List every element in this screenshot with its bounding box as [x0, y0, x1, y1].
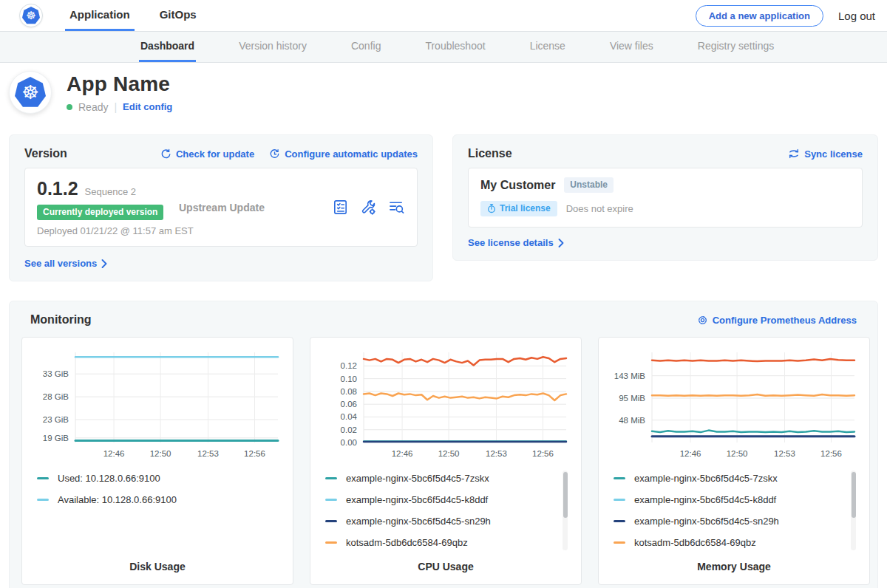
legend-label: Used: 10.128.0.66:9100	[58, 473, 160, 484]
legend-dash-icon	[37, 499, 49, 501]
tab-application[interactable]: Application	[65, 0, 135, 31]
svg-text:0.02: 0.02	[341, 425, 357, 434]
configure-prometheus-link[interactable]: Configure Prometheus Address	[697, 315, 857, 326]
subnav-config[interactable]: Config	[350, 32, 382, 62]
see-all-versions-label: See all versions	[24, 258, 97, 269]
svg-text:12:53: 12:53	[197, 449, 219, 458]
view-diff-search-icon[interactable]	[388, 199, 405, 216]
legend-dash-icon	[325, 499, 337, 501]
see-all-versions-link[interactable]: See all versions	[24, 258, 107, 269]
configure-automatic-updates-label: Configure automatic updates	[285, 148, 418, 160]
svg-text:0.00: 0.00	[341, 438, 357, 447]
see-license-details-label: See license details	[468, 237, 554, 248]
current-version-box: 0.1.2 Sequence 2 Currently deployed vers…	[24, 168, 418, 247]
subnav-dashboard[interactable]: Dashboard	[139, 32, 196, 62]
channel-badge: Unstable	[564, 177, 614, 193]
clock-refresh-icon	[269, 148, 280, 160]
legend-scrollbar-thumb[interactable]	[852, 472, 856, 518]
cpu-usage-chart-card: 0.120.100.080.060.040.020.0012:4612:5012…	[310, 337, 582, 585]
subnav-view-files[interactable]: View files	[608, 32, 655, 62]
subnav-version-history[interactable]: Version history	[237, 32, 308, 62]
monitoring-card: Monitoring Configure Prometheus Address …	[9, 301, 878, 588]
svg-text:0.10: 0.10	[341, 375, 357, 383]
svg-text:12:56: 12:56	[820, 449, 842, 458]
svg-text:143 MiB: 143 MiB	[614, 372, 646, 380]
currently-deployed-badge: Currently deployed version	[37, 205, 163, 220]
svg-text:12:53: 12:53	[486, 449, 507, 458]
subnav-registry-settings[interactable]: Registry settings	[696, 32, 775, 62]
tab-gitops[interactable]: GitOps	[155, 0, 201, 31]
kubernetes-logo-icon: ☸	[19, 4, 43, 27]
svg-text:12:50: 12:50	[438, 449, 460, 458]
app-title: App Name	[67, 72, 172, 96]
logout-button[interactable]: Log out	[838, 10, 875, 22]
edit-config-link[interactable]: Edit config	[123, 101, 172, 112]
svg-text:0.12: 0.12	[341, 361, 357, 370]
memory-usage-title: Memory Usage	[608, 561, 860, 572]
status-dot	[67, 104, 72, 110]
legend-dash-icon	[614, 541, 625, 544]
subnav-license[interactable]: License	[529, 32, 567, 62]
kubernetes-app-icon: ☸	[15, 77, 46, 108]
chevron-right-icon	[558, 239, 564, 247]
preflight-wrench-icon[interactable]	[360, 199, 377, 216]
svg-text:12:50: 12:50	[727, 449, 748, 458]
legend-item: kotsadm-5db6dc6584-69qbz	[614, 536, 860, 549]
top-nav: ☸ Application GitOps Add a new applicati…	[0, 0, 887, 32]
configure-automatic-updates-link[interactable]: Configure automatic updates	[269, 148, 418, 160]
legend-scrollbar[interactable]	[851, 471, 856, 550]
customer-name: My Customer	[480, 179, 555, 192]
tab-gitops-label: GitOps	[160, 8, 197, 21]
update-type-label: Upstream Update	[179, 202, 265, 213]
refresh-icon	[160, 148, 171, 160]
version-card: Version Check for update Configure au	[9, 134, 433, 281]
check-for-update-link[interactable]: Check for update	[160, 148, 254, 160]
brand-logo[interactable]: ☸	[19, 0, 43, 31]
memory-usage-legend: example-nginx-5bc6f5d4c5-7zskxexample-ng…	[608, 469, 860, 553]
license-card: License Sync license My Customer Unstabl…	[452, 134, 878, 261]
legend-item: example-nginx-5bc6f5d4c5-sn29h	[614, 515, 860, 527]
svg-text:12:56: 12:56	[532, 449, 554, 458]
license-expiry: Does not expire	[566, 203, 633, 214]
svg-text:48 MiB: 48 MiB	[619, 416, 645, 425]
svg-text:12:46: 12:46	[392, 449, 413, 458]
legend-label: Available: 10.128.0.66:9100	[58, 494, 177, 505]
check-for-update-label: Check for update	[176, 148, 254, 160]
app-status: Ready	[78, 101, 108, 113]
legend-dash-icon	[614, 477, 625, 479]
legend-label: example-nginx-5bc6f5d4c5-sn29h	[346, 516, 491, 527]
configure-prometheus-label: Configure Prometheus Address	[713, 315, 857, 326]
license-box: My Customer Unstable Trial license Does …	[468, 168, 863, 228]
release-notes-icon[interactable]	[332, 199, 349, 216]
add-application-button[interactable]: Add a new application	[696, 5, 823, 27]
svg-text:19 GiB: 19 GiB	[43, 434, 69, 442]
disk-usage-title: Disk Usage	[31, 561, 284, 572]
svg-text:12:46: 12:46	[103, 449, 125, 458]
disk-usage-plot: 33 GiB28 GiB23 GiB19 GiB12:4612:5012:531…	[31, 346, 284, 463]
version-card-title: Version	[24, 147, 67, 160]
cpu-usage-title: CPU Usage	[319, 561, 572, 572]
legend-label: example-nginx-5bc6f5d4c5-k8ddf	[346, 494, 488, 505]
app-header: ☸ App Name Ready | Edit config	[0, 63, 887, 123]
svg-text:12:53: 12:53	[774, 449, 795, 458]
cpu-usage-plot: 0.120.100.080.060.040.020.0012:4612:5012…	[319, 346, 572, 463]
see-license-details-link[interactable]: See license details	[468, 237, 564, 248]
legend-scrollbar-thumb[interactable]	[563, 472, 568, 518]
svg-text:33 GiB: 33 GiB	[43, 369, 69, 378]
sync-license-link[interactable]: Sync license	[788, 148, 863, 160]
svg-text:12:50: 12:50	[150, 449, 171, 458]
disk-usage-legend: Used: 10.128.0.66:9100Available: 10.128.…	[31, 469, 284, 553]
legend-dash-icon	[614, 499, 625, 501]
subnav-troubleshoot[interactable]: Troubleshoot	[424, 32, 486, 62]
trial-license-label: Trial license	[500, 203, 551, 213]
cpu-usage-legend: example-nginx-5bc6f5d4c5-7zskxexample-ng…	[319, 469, 572, 553]
chevron-right-icon	[101, 259, 107, 268]
svg-text:12:46: 12:46	[680, 449, 701, 458]
legend-dash-icon	[325, 477, 337, 479]
stopwatch-icon	[487, 203, 496, 213]
legend-dash-icon	[37, 477, 49, 479]
legend-label: example-nginx-5bc6f5d4c5-sn29h	[634, 516, 779, 527]
legend-item: example-nginx-5bc6f5d4c5-7zskx	[614, 472, 860, 485]
svg-text:0.08: 0.08	[341, 387, 357, 396]
legend-scrollbar[interactable]	[563, 471, 568, 550]
